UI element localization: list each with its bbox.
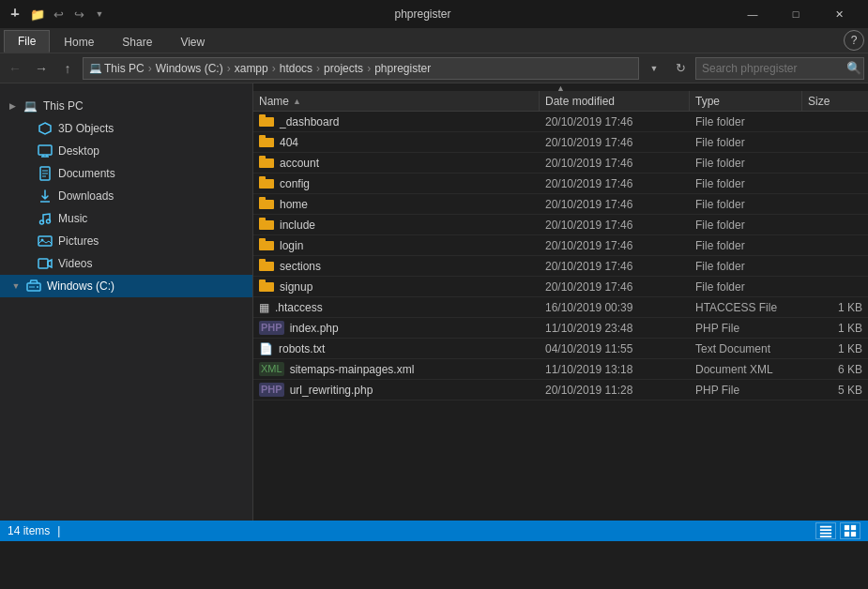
tab-view[interactable]: View	[166, 31, 219, 53]
file-type: File folder	[690, 112, 802, 131]
svg-rect-23	[820, 533, 831, 535]
htaccess-icon: ▦	[259, 301, 269, 314]
table-row[interactable]: XML sitemaps-mainpages.xml 11/10/2019 13…	[253, 359, 868, 380]
search-bar[interactable]: 🔍	[695, 57, 864, 80]
table-row[interactable]: sections 20/10/2019 17:46 File folder	[253, 256, 868, 277]
txt-icon: 📄	[259, 342, 273, 355]
sidebar-item-3d-objects[interactable]: 3D Objects	[0, 117, 252, 140]
sidebar-item-pictures[interactable]: Pictures	[0, 230, 252, 252]
sep5: ›	[367, 62, 371, 75]
folder-icon	[259, 155, 274, 171]
file-type: File folder	[690, 153, 802, 173]
table-row[interactable]: config 20/10/2019 17:46 File folder	[253, 174, 868, 194]
file-name: include	[280, 219, 315, 232]
up-button[interactable]: ↑	[56, 57, 79, 80]
file-date: 20/10/2019 17:46	[540, 153, 690, 173]
breadcrumb-htdocs[interactable]: htdocs	[280, 62, 312, 75]
close-button[interactable]: ✕	[817, 0, 860, 28]
expand-icon-c: ▼	[11, 281, 21, 291]
sidebar-item-this-pc[interactable]: ▶ 💻 This PC	[0, 95, 252, 117]
breadcrumb-this-pc[interactable]: 💻 This PC	[89, 62, 145, 75]
svg-rect-24	[820, 536, 831, 537]
item-count: 14 items	[8, 524, 50, 537]
redo-icon[interactable]: ↪	[71, 7, 86, 22]
refresh-button[interactable]: ↻	[669, 57, 692, 80]
table-row[interactable]: ▦ .htaccess 16/10/2019 00:39 HTACCESS Fi…	[253, 297, 868, 318]
address-dropdown-button[interactable]: ▼	[643, 57, 665, 80]
sidebar-item-downloads[interactable]: Downloads	[0, 185, 252, 207]
minimize-button[interactable]: —	[731, 0, 774, 28]
table-row[interactable]: include 20/10/2019 17:46 File folder	[253, 215, 868, 235]
table-row[interactable]: 404 20/10/2019 17:46 File folder	[253, 132, 868, 153]
breadcrumb-windows-c[interactable]: Windows (C:)	[156, 62, 223, 75]
table-row[interactable]: _dashboard 20/10/2019 17:46 File folder	[253, 112, 868, 132]
maximize-button[interactable]: □	[774, 0, 817, 28]
table-row[interactable]: login 20/10/2019 17:46 File folder	[253, 235, 868, 256]
php-icon: PHP	[259, 383, 284, 397]
file-name: account	[280, 157, 319, 170]
file-name: .htaccess	[275, 301, 323, 314]
file-size	[802, 112, 868, 131]
sidebar-item-videos[interactable]: Videos	[0, 252, 252, 275]
file-name: config	[280, 177, 310, 190]
svg-rect-28	[851, 532, 856, 536]
quick-access-icons: 📁 ↩ ↪ ▼	[8, 7, 107, 22]
back-button[interactable]: ←	[4, 57, 26, 80]
column-name[interactable]: Name ▲	[253, 91, 540, 111]
sidebar-label-documents: Documents	[58, 167, 115, 180]
breadcrumb-xampp[interactable]: xampp	[235, 62, 268, 75]
tab-file[interactable]: File	[4, 30, 50, 53]
tab-share[interactable]: Share	[108, 31, 166, 53]
window-controls: — □ ✕	[731, 0, 860, 28]
dropdown-icon[interactable]: ▼	[92, 7, 107, 22]
desktop-icon	[38, 143, 53, 159]
table-row[interactable]: signup 20/10/2019 17:46 File folder	[253, 277, 868, 297]
column-size[interactable]: Size	[802, 91, 868, 111]
status-separator: |	[57, 524, 60, 537]
tab-home[interactable]: Home	[50, 31, 108, 53]
file-type: File folder	[690, 277, 802, 296]
sep1: ›	[148, 62, 152, 75]
file-size	[802, 132, 868, 152]
column-type[interactable]: Type	[690, 91, 802, 111]
table-row[interactable]: PHP index.php 11/10/2019 23:48 PHP File …	[253, 318, 868, 339]
folder-icon	[259, 175, 274, 191]
svg-rect-3	[38, 145, 52, 155]
table-row[interactable]: PHP url_rewriting.php 20/10/2019 11:28 P…	[253, 380, 868, 400]
table-row[interactable]: home 20/10/2019 17:46 File folder	[253, 194, 868, 215]
forward-button[interactable]: →	[30, 57, 53, 80]
file-date: 11/10/2019 13:18	[540, 359, 690, 379]
sidebar-label-3d-objects: 3D Objects	[58, 122, 114, 135]
file-date: 20/10/2019 17:46	[540, 194, 690, 214]
file-date: 16/10/2019 00:39	[540, 297, 690, 317]
file-date: 20/10/2019 17:46	[540, 256, 690, 276]
pin-icon[interactable]	[8, 7, 23, 22]
details-view-button[interactable]	[815, 522, 836, 539]
nav-bar: ← → ↑ 💻 This PC › Windows (C:) › xampp ›…	[0, 53, 868, 83]
breadcrumb-phpregister[interactable]: phpregister	[374, 62, 431, 75]
tiles-view-button[interactable]	[840, 522, 860, 539]
sidebar-item-desktop[interactable]: Desktop	[0, 140, 252, 162]
window-title: phpregister	[114, 8, 731, 21]
breadcrumb-projects[interactable]: projects	[324, 62, 363, 75]
file-type: Text Document	[690, 339, 802, 358]
undo-icon[interactable]: ↩	[51, 7, 66, 22]
sidebar-item-windows-c[interactable]: ▼ Windows (C:)	[0, 275, 252, 297]
sidebar-item-music[interactable]: Music	[0, 207, 252, 230]
address-bar[interactable]: 💻 This PC › Windows (C:) › xampp › htdoc…	[83, 57, 639, 80]
search-input[interactable]	[702, 62, 843, 75]
file-date: 20/10/2019 17:46	[540, 132, 690, 152]
file-size: 5 KB	[802, 380, 868, 400]
sort-arrow: ▲	[293, 97, 301, 106]
file-date: 20/10/2019 11:28	[540, 380, 690, 400]
file-date: 04/10/2019 11:55	[540, 339, 690, 358]
column-date[interactable]: Date modified	[540, 91, 690, 111]
file-size	[802, 174, 868, 193]
sidebar-item-documents[interactable]: Documents	[0, 162, 252, 185]
help-button[interactable]: ?	[844, 30, 864, 51]
table-row[interactable]: 📄 robots.txt 04/10/2019 11:55 Text Docum…	[253, 339, 868, 359]
drive-icon	[26, 279, 41, 294]
table-row[interactable]: account 20/10/2019 17:46 File folder	[253, 153, 868, 174]
3dobjects-icon	[38, 121, 53, 136]
file-size	[802, 215, 868, 234]
